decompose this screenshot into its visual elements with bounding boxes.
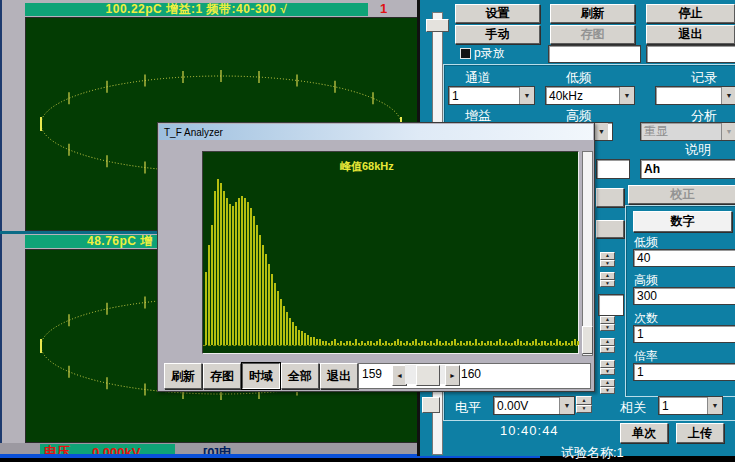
level-stepper[interactable]: ▲▼ bbox=[576, 396, 592, 413]
chevron-down-icon[interactable]: ▼ bbox=[559, 397, 574, 414]
tf-save-image-button[interactable]: 存图 bbox=[203, 363, 241, 389]
record-label: 记录 bbox=[691, 69, 717, 87]
record-dropdown[interactable]: ▼ bbox=[655, 86, 735, 105]
channel-label: 通道 bbox=[465, 69, 491, 87]
display1-channel-badge: 1 bbox=[380, 1, 387, 16]
pd-measurement-app: 100.22pC 增益:1 频带:40-300 √ 1 48.76pC 增 电压… bbox=[0, 0, 735, 462]
level-dropdown[interactable]: 0.00V ▼ bbox=[493, 396, 575, 415]
spinner-stepper[interactable]: ▲▼ bbox=[600, 272, 615, 287]
chevron-down-icon[interactable]: ▼ bbox=[707, 397, 722, 414]
exit-button[interactable]: 退出 bbox=[646, 25, 735, 44]
lowfreq-label: 低频 bbox=[566, 69, 592, 87]
tf-window-titlebar[interactable]: T_F Analyzer bbox=[159, 124, 593, 140]
tf-scroll-left-value: 159 bbox=[362, 367, 382, 381]
related-dropdown[interactable]: 1 ▼ bbox=[658, 396, 723, 415]
channel-dropdown[interactable]: 1 ▼ bbox=[448, 86, 535, 105]
tf-analyzer-window: T_F Analyzer 峰值68kHz 刷新 存图 时域 全部 退出 159 … bbox=[157, 122, 595, 392]
scroll-right-arrow-icon[interactable]: ► bbox=[445, 365, 460, 386]
manual-button[interactable]: 手动 bbox=[455, 25, 540, 44]
chevron-down-icon: ▼ bbox=[721, 123, 735, 140]
single-shot-button[interactable]: 单次 bbox=[620, 423, 668, 443]
chevron-down-icon[interactable]: ▼ bbox=[519, 87, 534, 104]
chevron-down-icon[interactable]: ▼ bbox=[619, 87, 634, 104]
digital-count-field[interactable]: 1 bbox=[633, 325, 735, 343]
spinner-stepper[interactable]: ▲▼ bbox=[600, 252, 615, 267]
hidden-box-fragment bbox=[598, 294, 624, 316]
digital-lowfreq-field[interactable]: 40 bbox=[633, 249, 735, 267]
tf-exit-button[interactable]: 退出 bbox=[320, 363, 358, 389]
hidden-highfreq-dropdown-fragment[interactable]: ▼ bbox=[593, 122, 613, 141]
tf-all-button[interactable]: 全部 bbox=[281, 363, 319, 389]
upload-button[interactable]: 上传 bbox=[676, 423, 724, 443]
gain-slider-thumb-top[interactable] bbox=[426, 19, 449, 32]
hidden-button-fragment bbox=[596, 220, 624, 238]
test-name: 试验名称:1 bbox=[561, 444, 624, 462]
analysis-dropdown[interactable]: 重显 ▼ bbox=[640, 122, 735, 141]
hidden-button-fragment bbox=[596, 188, 624, 207]
p-playback-checkbox[interactable] bbox=[460, 48, 471, 59]
tf-spectrum-plot: 峰值68kHz bbox=[202, 151, 579, 354]
digital-highfreq-field[interactable]: 300 bbox=[633, 287, 735, 305]
spinner-stepper[interactable]: ▲▼ bbox=[600, 360, 615, 375]
chevron-down-icon[interactable]: ▼ bbox=[721, 87, 735, 104]
settings-button[interactable]: 设置 bbox=[455, 4, 540, 23]
save-image-button[interactable]: 存图 bbox=[550, 25, 635, 44]
tf-scroll-right-value: 160 bbox=[461, 367, 481, 381]
tf-window-title: T_F Analyzer bbox=[164, 127, 223, 138]
histogram bbox=[203, 152, 578, 353]
spinner-stepper[interactable]: ▲▼ bbox=[600, 338, 615, 353]
tf-time-domain-button[interactable]: 时域 bbox=[242, 363, 280, 389]
tf-vertical-scrollbar-thumb[interactable] bbox=[582, 326, 593, 354]
playback-field-2[interactable] bbox=[646, 45, 735, 63]
description-field[interactable]: Ah bbox=[640, 159, 735, 179]
chevron-down-icon[interactable]: ▼ bbox=[594, 123, 608, 140]
spinner-stepper[interactable]: ▲▼ bbox=[600, 379, 615, 394]
level-label: 电平 bbox=[455, 399, 481, 417]
playback-field-1[interactable] bbox=[548, 45, 641, 63]
clock: 10:40:44 bbox=[500, 423, 559, 438]
lowfreq-dropdown[interactable]: 40kHz ▼ bbox=[545, 86, 635, 105]
tf-scrollbar-thumb[interactable] bbox=[416, 365, 440, 386]
hidden-field-fragment[interactable] bbox=[596, 159, 630, 179]
stop-button[interactable]: 停止 bbox=[646, 4, 735, 23]
digital-ratio-field[interactable]: 1 bbox=[633, 363, 735, 381]
related-label: 相关 bbox=[620, 399, 646, 417]
digital-button[interactable]: 数字 bbox=[633, 211, 732, 232]
display1-header-text: 100.22pC 增益:1 频带:40-300 √ bbox=[106, 1, 288, 18]
display1-header: 100.22pC 增益:1 频带:40-300 √ bbox=[25, 3, 368, 16]
refresh-button[interactable]: 刷新 bbox=[550, 4, 635, 23]
calibration-button[interactable]: 校正 bbox=[628, 185, 735, 204]
display2-header-text: 48.76pC 增 bbox=[87, 233, 153, 250]
tf-refresh-button[interactable]: 刷新 bbox=[164, 363, 202, 389]
gain-slider-thumb-bottom[interactable] bbox=[422, 397, 440, 413]
description-label: 说明 bbox=[685, 141, 711, 159]
p-playback-label: p录放 bbox=[474, 45, 505, 62]
spinner-stepper[interactable]: ▲▼ bbox=[600, 316, 615, 331]
